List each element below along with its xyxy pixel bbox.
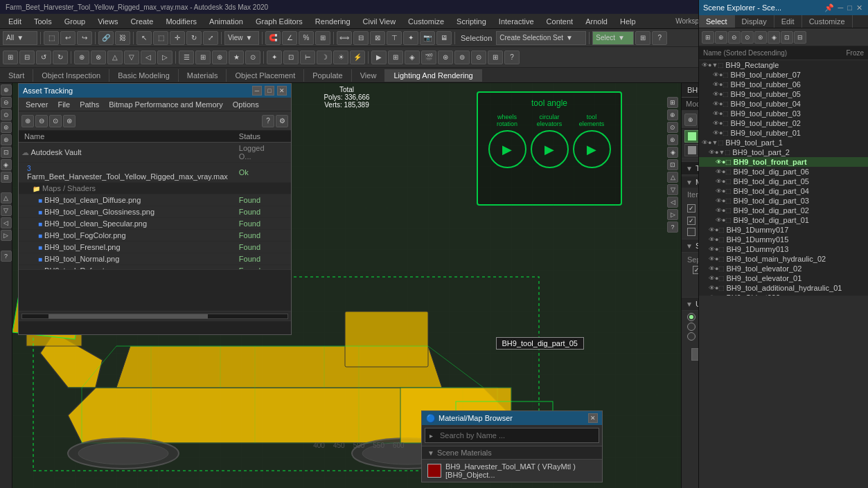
vp-ctrl-11[interactable]: ? [667, 222, 678, 233]
tb2-btn7[interactable]: △ [107, 51, 123, 64]
menu-scripting[interactable]: Scripting [451, 16, 492, 27]
selection-set-dropdown[interactable]: Create Selection Set ▼ [496, 31, 586, 45]
menu-content[interactable]: Content [541, 16, 579, 27]
left-tb-8[interactable]: ⊟ [1, 172, 12, 183]
tb2-btn9[interactable]: ◁ [141, 51, 156, 64]
se-node-obj002[interactable]: 👁● ⬚ BH9_Object002 [699, 293, 868, 296]
explicit-normals-checkbox[interactable] [687, 228, 696, 236]
se-node-dig05[interactable]: 👁● ⬚ BH9_tool_dig_part_05 [699, 177, 868, 186]
tb2-render3[interactable]: ◈ [405, 51, 420, 64]
menu-views[interactable]: Views [92, 16, 123, 27]
se-node-elevator01[interactable]: 👁● ⬚ BH9_tool_elevator_01 [699, 273, 868, 283]
tb2-render4[interactable]: 🎬 [421, 51, 436, 64]
se-node-rubber06[interactable]: 👁● ⬚ BH9_tool_rubber_06 [699, 80, 868, 89]
tb2-btn10[interactable]: ▷ [157, 51, 172, 64]
left-tb-10[interactable]: ▽ [1, 205, 12, 216]
se-node-dig06[interactable]: 👁● ⬚ BH9_tool_dig_part_06 [699, 167, 868, 177]
se-tb7[interactable]: ⊡ [781, 31, 793, 44]
se-node-dig01[interactable]: 👁● ⬚ BH9_tool_dig_part_01 [699, 215, 868, 225]
left-tb-7[interactable]: ◈ [1, 159, 12, 170]
manually-radio[interactable] [687, 332, 696, 341]
table-row[interactable]: ■ BH9_tool_clean_Specular.png Found [19, 218, 291, 230]
left-tb-4[interactable]: ⊚ [1, 122, 12, 133]
tb2-btn2[interactable]: ⊟ [19, 51, 35, 64]
se-node-dig04[interactable]: 👁● ⬚ BH9_tool_dig_part_04 [699, 186, 868, 196]
tab-basic-modeling[interactable]: Basic Modeling [109, 69, 179, 82]
se-node-rubber03[interactable]: 👁● ⬚ BH9_tool_rubber_03 [699, 109, 868, 118]
vp-ctrl-1[interactable]: ⊞ [667, 97, 678, 108]
se-close-btn[interactable]: ✕ [855, 3, 864, 12]
left-tb-12[interactable]: ▷ [1, 230, 12, 241]
unlink-btn[interactable]: ⛓ [115, 31, 130, 45]
se-node-dummy017[interactable]: 👁● ⬚ BH9_1Dummy017 [699, 225, 868, 235]
tb2-btn16[interactable]: ✦ [267, 51, 282, 64]
when-rendering-radio[interactable] [687, 323, 696, 331]
left-tb-13[interactable]: ? [1, 251, 12, 262]
menu-interactive[interactable]: Interactive [493, 16, 540, 27]
tb2-render5[interactable]: ⊛ [438, 51, 453, 64]
tb2-btn20[interactable]: ☀ [333, 51, 348, 64]
tb2-btn14[interactable]: ★ [229, 51, 244, 64]
se-tb5[interactable]: ⊛ [754, 31, 767, 44]
tab-populate[interactable]: Populate [304, 69, 351, 82]
snap-toggle-btn[interactable]: 🧲 [265, 31, 281, 45]
align-btn[interactable]: ⊟ [353, 31, 369, 45]
left-tb-1[interactable]: ⊕ [1, 84, 12, 96]
at-menu-options[interactable]: Options [229, 99, 263, 110]
se-tb3[interactable]: ⊖ [728, 31, 741, 44]
tb2-btn6[interactable]: ⊗ [91, 51, 106, 64]
mirror-btn[interactable]: ⟺ [337, 31, 352, 45]
se-node-rubber07[interactable]: 👁● ⬚ BH9_tool_rubber_07 [699, 70, 868, 80]
se-node-rubber02[interactable]: 👁● ⬚ BH9_tool_rubber_02 [699, 118, 868, 128]
at-tb2[interactable]: ⊖ [35, 115, 48, 127]
at-tb3[interactable]: ⊙ [49, 115, 62, 127]
left-tb-2[interactable]: ⊖ [1, 97, 12, 108]
angle-snap-btn[interactable]: ∠ [282, 31, 297, 45]
se-node-rubber04[interactable]: 👁● ⬚ BH9_tool_rubber_04 [699, 99, 868, 109]
rotate-btn[interactable]: ↻ [186, 31, 202, 45]
table-row[interactable]: ■ BH9_tool_clean_Diffuse.png Found [19, 195, 291, 206]
left-tb-9[interactable]: △ [1, 192, 12, 204]
se-tab-edit[interactable]: Edit [774, 15, 802, 28]
se-node-dig03[interactable]: 👁● ⬚ BH9_tool_dig_part_03 [699, 196, 868, 206]
percent-snap-btn[interactable]: % [299, 31, 314, 45]
menu-graph-editors[interactable]: Graph Editors [250, 16, 308, 27]
tb2-render9[interactable]: ? [504, 51, 520, 64]
menu-tools[interactable]: Tools [28, 16, 57, 27]
place-highlight-btn[interactable]: ✦ [403, 31, 418, 45]
at-menu-file[interactable]: File [53, 99, 74, 110]
undo-btn[interactable]: ↩ [60, 31, 76, 45]
at-menu-bitmap[interactable]: Bitmap Performance and Memory [105, 99, 227, 110]
menu-arnold[interactable]: Arnold [580, 16, 613, 27]
se-node-bh9-rectangle[interactable]: 👁 ● ▼ ⬚ BH9_Rectangle [699, 60, 868, 70]
tab-start[interactable]: Start [0, 69, 33, 82]
se-tb1[interactable]: ⊞ [702, 31, 714, 44]
left-tb-3[interactable]: ⊙ [1, 109, 12, 120]
select-filter-dropdown[interactable]: All ▼ [3, 31, 37, 45]
select-btn-dropdown[interactable]: Select ▼ [592, 31, 634, 45]
vp-ctrl-3[interactable]: ⊙ [667, 122, 678, 133]
se-tab-customize[interactable]: Customize [802, 15, 853, 28]
at-menu-paths[interactable]: Paths [76, 99, 103, 110]
isoline-checkbox[interactable] [687, 217, 696, 225]
menu-modifiers[interactable]: Modifiers [160, 16, 202, 27]
se-node-part1[interactable]: 👁● ▼ ⬚ BH9_tool_part_1 [699, 138, 868, 147]
quick-align-btn[interactable]: ⊠ [370, 31, 385, 45]
tab-lighting-rendering[interactable]: Lighting And Rendering [385, 69, 481, 82]
tb2-render6[interactable]: ⊚ [454, 51, 470, 64]
se-node-dig02[interactable]: 👁● ⬚ BH9_tool_dig_part_02 [699, 206, 868, 215]
mod-tb1[interactable]: ⊕ [684, 114, 697, 126]
se-pin-btn[interactable]: 📌 [823, 3, 835, 12]
menu-civil-view[interactable]: Civil View [357, 16, 401, 27]
spinner-snap-btn[interactable]: ⊞ [315, 31, 330, 45]
tb2-render1[interactable]: ▶ [371, 51, 387, 64]
tab-object-placement[interactable]: Object Placement [227, 69, 304, 82]
tb2-btn8[interactable]: ▽ [124, 51, 139, 64]
se-tb6[interactable]: ◈ [768, 31, 780, 44]
se-node-addl-hydraulic01[interactable]: 👁● ⬚ BH9_tool_additional_hydraulic_01 [699, 283, 868, 293]
vp-ctrl-7[interactable]: △ [667, 172, 678, 183]
tb2-btn17[interactable]: ⊡ [283, 51, 299, 64]
tab-materials[interactable]: Materials [179, 69, 227, 82]
se-tb8[interactable]: ⊟ [794, 31, 806, 44]
tb2-btn13[interactable]: ⊕ [212, 51, 227, 64]
